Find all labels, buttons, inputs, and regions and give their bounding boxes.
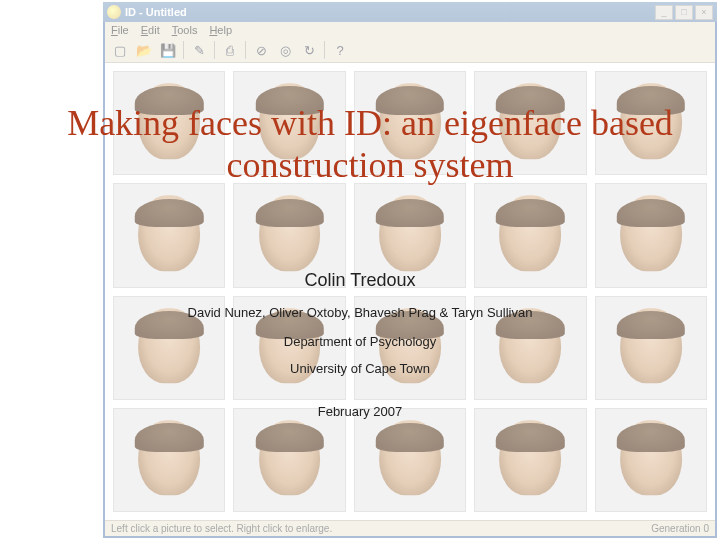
- close-button[interactable]: ×: [695, 5, 713, 20]
- separator-icon: [183, 41, 184, 59]
- date: February 2007: [0, 404, 720, 419]
- open-icon[interactable]: 📂: [135, 41, 153, 59]
- save-icon[interactable]: 💾: [159, 41, 177, 59]
- face-thumbnail[interactable]: [354, 408, 466, 512]
- wand-icon[interactable]: ✎: [190, 41, 208, 59]
- lead-author: Colin Tredoux: [0, 270, 720, 291]
- no-icon[interactable]: ⊘: [252, 41, 270, 59]
- coauthors: David Nunez, Oliver Oxtoby, Bhavesh Prag…: [0, 305, 720, 320]
- new-icon[interactable]: ▢: [111, 41, 129, 59]
- menubar: File Edit Tools Help: [105, 22, 715, 38]
- titlebar: ID - Untitled _ □ ×: [103, 2, 717, 22]
- university: University of Cape Town: [0, 361, 720, 376]
- refresh-icon[interactable]: ↻: [300, 41, 318, 59]
- face-thumbnail[interactable]: [474, 408, 586, 512]
- menu-file[interactable]: File: [111, 24, 129, 36]
- print-icon[interactable]: ⎙: [221, 41, 239, 59]
- window-buttons: _ □ ×: [655, 5, 713, 20]
- status-right: Generation 0: [651, 523, 709, 534]
- menu-edit[interactable]: Edit: [141, 24, 160, 36]
- toolbar: ▢ 📂 💾 ✎ ⎙ ⊘ ◎ ↻ ?: [105, 38, 715, 63]
- face-thumbnail[interactable]: [233, 408, 345, 512]
- face-thumbnail[interactable]: [595, 408, 707, 512]
- status-left: Left click a picture to select. Right cl…: [111, 523, 332, 534]
- minimize-button[interactable]: _: [655, 5, 673, 20]
- maximize-button[interactable]: □: [675, 5, 693, 20]
- target-icon[interactable]: ◎: [276, 41, 294, 59]
- slide-title: Making faces with ID: an eigenface based…: [40, 102, 700, 187]
- face-thumbnail[interactable]: [113, 408, 225, 512]
- app-icon: [107, 5, 121, 19]
- menu-help[interactable]: Help: [209, 24, 232, 36]
- status-bar: Left click a picture to select. Right cl…: [105, 520, 715, 536]
- department: Department of Psychology: [0, 334, 720, 349]
- help-icon[interactable]: ?: [331, 41, 349, 59]
- separator-icon: [214, 41, 215, 59]
- window-title: ID - Untitled: [125, 6, 655, 18]
- separator-icon: [245, 41, 246, 59]
- separator-icon: [324, 41, 325, 59]
- slide-info: Colin Tredoux David Nunez, Oliver Oxtoby…: [0, 270, 720, 419]
- menu-tools[interactable]: Tools: [172, 24, 198, 36]
